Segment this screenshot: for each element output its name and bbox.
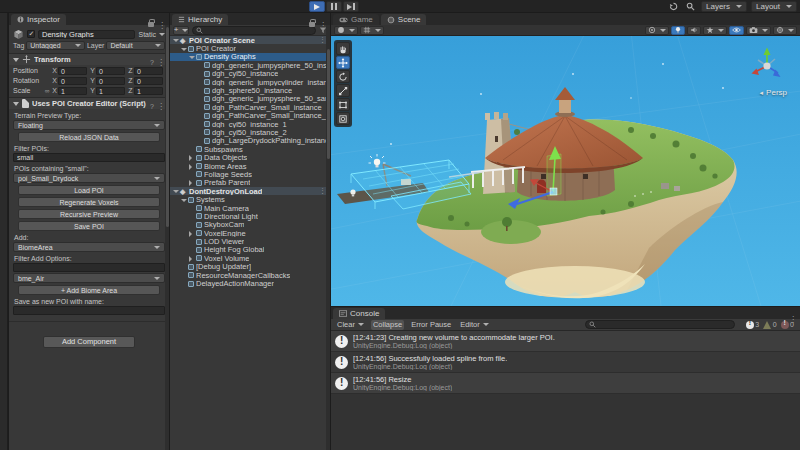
search-icon[interactable] — [684, 1, 697, 12]
play-button[interactable] — [309, 1, 325, 12]
draw-mode-dropdown[interactable] — [334, 26, 358, 35]
foldout-arrow-icon[interactable] — [189, 229, 196, 237]
orientation-gizmo[interactable] — [745, 44, 789, 88]
link-icon[interactable] — [43, 87, 51, 94]
hierarchy-item-dgh-cyl50-instance-2[interactable]: dgh_cyl50_instance_2 — [170, 128, 330, 136]
axis-value-y[interactable]: 0 — [96, 77, 125, 85]
axis-value-x[interactable]: 1 — [58, 87, 87, 95]
active-checkbox[interactable] — [27, 30, 35, 38]
layers-dropdown[interactable]: Layers — [701, 1, 747, 12]
layer-dropdown[interactable]: Default — [106, 41, 165, 50]
hierarchy-item-dgh-pathcarver-small-instance[interactable]: dgh_PathCarver_Small_instance — [170, 103, 330, 111]
foldout-arrow-icon[interactable] — [181, 44, 188, 52]
hierarchy-item-dgh-cyl50-instance[interactable]: dgh_cyl50_instance — [170, 70, 330, 78]
load-poi-button[interactable]: Load POI — [18, 185, 160, 195]
recursive-preview-button[interactable]: Recursive Preview — [18, 209, 160, 219]
foldout-arrow-icon[interactable] — [189, 179, 196, 187]
error-pause-button[interactable]: Error Pause — [409, 320, 453, 330]
perspective-label[interactable]: Persp — [758, 88, 787, 97]
hierarchy-item-dgh-generic-jumpysphere-50-instance[interactable]: dgh_generic_jumpysphere_50_instance — [170, 61, 330, 69]
hierarchy-item-main-camera[interactable]: Main Camera — [170, 204, 330, 212]
hierarchy-scene-poi-creator-scene[interactable]: POI Creator Scene — [170, 36, 330, 44]
transform-component-header[interactable]: Transform — [9, 53, 169, 65]
console-log-entry[interactable]: [12:41:56] ResizeUnityEngine.Debug:Log (… — [331, 373, 800, 394]
poi-select-dropdown[interactable]: poi_Small_Drydock — [13, 173, 165, 183]
foldout-arrow-icon[interactable] — [181, 195, 188, 203]
hierarchy-item-dgh-pathcarver-small-instance-1[interactable]: dgh_PathCarver_Small_instance_1 — [170, 112, 330, 120]
info-count-badge[interactable]: 3 — [746, 321, 759, 329]
scene-lighting-toggle[interactable] — [671, 26, 685, 35]
hierarchy-item-density-graphs[interactable]: Density Graphs — [170, 53, 330, 61]
hierarchy-scene-dontdestroyonload[interactable]: DontDestroyOnLoad — [170, 187, 330, 195]
menu-icon[interactable] — [789, 308, 797, 326]
hierarchy-item-dgh-generic-jumpycylinder-instance[interactable]: dgh_generic_jumpycylinder_instance — [170, 78, 330, 86]
foldout-arrow-icon[interactable] — [173, 36, 180, 44]
tab-inspector[interactable]: Inspector — [11, 14, 66, 25]
regenerate-voxels-button[interactable]: Regenerate Voxels — [18, 197, 160, 207]
tag-dropdown[interactable]: Untagged — [26, 41, 85, 50]
save-as-input[interactable] — [13, 306, 165, 315]
help-icon[interactable] — [150, 95, 154, 113]
effects-dropdown[interactable] — [703, 26, 727, 35]
rotate-tool-button[interactable] — [336, 70, 350, 83]
static-dropdown[interactable]: Static — [138, 31, 165, 38]
view-tool-button[interactable] — [336, 42, 350, 55]
foldout-arrow-icon[interactable] — [189, 153, 196, 161]
hierarchy-item-dgh-cyl50-instance-1[interactable]: dgh_cyl50_instance_1 — [170, 120, 330, 128]
rect-tool-button[interactable] — [336, 98, 350, 111]
hierarchy-item-resourcemanagercallbacks[interactable]: ResourceManagerCallbacks — [170, 271, 330, 279]
add-type-dropdown[interactable]: BiomeArea — [13, 242, 165, 252]
axis-value-y[interactable]: 0 — [96, 67, 125, 75]
tab-console[interactable]: Console — [333, 308, 385, 319]
add-biome-area-button[interactable]: + Add Biome Area — [18, 285, 160, 295]
warning-count-badge[interactable]: 0 — [763, 321, 776, 329]
clear-button[interactable]: Clear — [335, 320, 366, 330]
tab-game[interactable]: Game — [333, 14, 379, 25]
hierarchy-item-lod-viewer[interactable]: LOD Viewer — [170, 237, 330, 245]
render-mode-dropdown[interactable] — [645, 26, 669, 35]
editor-dropdown[interactable]: Editor — [458, 320, 491, 330]
console-search[interactable] — [585, 320, 735, 329]
scene-visibility-toggle[interactable] — [729, 26, 744, 35]
help-icon[interactable] — [150, 51, 154, 69]
debug-view-dropdown[interactable] — [360, 26, 384, 35]
scene-viewport[interactable]: Persp — [331, 36, 800, 306]
hierarchy-item-dgh-generic-jumpysphere-50-sand-instance[interactable]: dgh_generic_jumpysphere_50_sand_instance — [170, 95, 330, 103]
hierarchy-item-subspawns[interactable]: Subspawns — [170, 145, 330, 153]
hierarchy-item-dgh-largedrydockpathing-instance[interactable]: dgh_LargeDrydockPathing_instance — [170, 137, 330, 145]
axis-value-z[interactable]: 0 — [134, 67, 163, 75]
hierarchy-item-biome-areas[interactable]: Biome Areas — [170, 162, 330, 170]
foldout-arrow-icon[interactable] — [173, 187, 180, 195]
hierarchy-item-data-objects[interactable]: Data Objects — [170, 153, 330, 161]
foldout-arrow-icon[interactable] — [189, 162, 196, 170]
foldout-arrow-icon[interactable] — [189, 254, 196, 262]
hierarchy-item-poi-creator[interactable]: POI Creator — [170, 44, 330, 52]
menu-icon[interactable] — [157, 95, 165, 113]
hierarchy-item-foliage-seeds[interactable]: Foliage Seeds — [170, 170, 330, 178]
hierarchy-item-dgh-sphere50-instance[interactable]: dgh_sphere50_instance — [170, 86, 330, 94]
hierarchy-item-height-fog-global[interactable]: Height Fog Global — [170, 246, 330, 254]
hierarchy-item-skyboxcam[interactable]: SkyboxCam — [170, 221, 330, 229]
gameobject-name-field[interactable]: Density Graphs — [38, 30, 135, 39]
axis-value-x[interactable]: 0 — [58, 77, 87, 85]
add-component-button[interactable]: Add Component — [43, 336, 135, 348]
axis-value-z[interactable]: 1 — [134, 87, 163, 95]
camera-settings-dropdown[interactable] — [746, 26, 771, 35]
hierarchy-item-systems[interactable]: Systems — [170, 195, 330, 203]
scale-tool-button[interactable] — [336, 84, 350, 97]
console-search-input[interactable] — [598, 321, 731, 328]
hierarchy-item-debug-updater[interactable]: [Debug Updater] — [170, 263, 330, 271]
save-poi-button[interactable]: Save POI — [18, 221, 160, 231]
undo-history-icon[interactable] — [667, 1, 680, 12]
hierarchy-item-delayedactionmanager[interactable]: DelayedActionManager — [170, 279, 330, 287]
reload-json-button[interactable]: Reload JSON Data — [18, 132, 160, 142]
collapse-button[interactable]: Collapse — [371, 320, 404, 330]
step-button[interactable] — [343, 1, 359, 12]
gizmos-dropdown[interactable] — [773, 26, 797, 35]
console-log-entry[interactable]: [12:41:23] Creating new volume to accomm… — [331, 331, 800, 352]
axis-value-z[interactable]: 0 — [134, 77, 163, 85]
tab-hierarchy[interactable]: Hierarchy — [172, 14, 228, 25]
filter-pois-input[interactable] — [13, 153, 165, 162]
pause-button[interactable] — [326, 1, 342, 12]
move-tool-button[interactable] — [336, 56, 350, 69]
